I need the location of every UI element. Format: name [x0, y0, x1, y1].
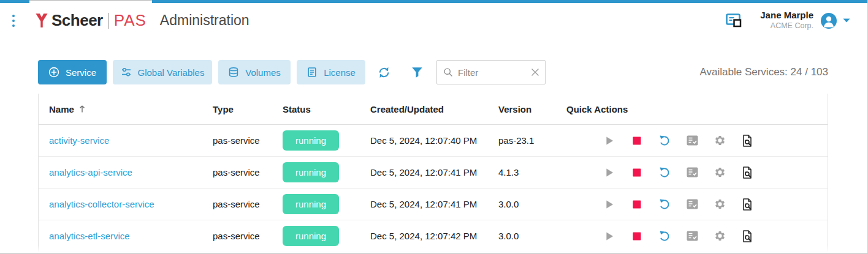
- gear-icon[interactable]: [714, 166, 726, 179]
- service-version: 3.0.0: [498, 199, 566, 209]
- filter-search-box: [436, 60, 546, 84]
- filter-input[interactable]: [458, 67, 531, 78]
- service-details-icon[interactable]: [741, 198, 753, 211]
- service-type: pas-service: [213, 231, 283, 241]
- service-name-link[interactable]: analytics-etl-service: [49, 231, 130, 241]
- task-log-icon[interactable]: [686, 198, 698, 211]
- created-updated: Dec 5, 2024, 12:07:40 PM: [370, 135, 498, 146]
- refresh-icon[interactable]: [378, 66, 390, 79]
- column-header-type: Type: [213, 104, 283, 114]
- restart-icon[interactable]: [658, 166, 671, 179]
- column-header-created-updated: Created/Updated: [370, 104, 498, 114]
- column-header-version: Version: [498, 104, 566, 114]
- tab-volumes[interactable]: Volumes: [218, 60, 291, 84]
- column-header-name[interactable]: Name: [39, 104, 213, 114]
- kebab-menu-icon[interactable]: [10, 12, 17, 29]
- table-row: analytics-collector-service pas-service …: [39, 189, 828, 220]
- service-name-link[interactable]: activity-service: [49, 135, 109, 146]
- column-header-status: Status: [283, 104, 370, 114]
- quick-actions: [566, 135, 828, 147]
- stop-icon[interactable]: [631, 198, 643, 211]
- play-icon[interactable]: [603, 198, 615, 211]
- task-log-icon[interactable]: [686, 135, 698, 147]
- service-name-link[interactable]: analytics-collector-service: [49, 199, 154, 209]
- column-header-quick-actions: Quick Actions: [566, 104, 828, 114]
- service-version: 4.1.3: [498, 167, 566, 177]
- app-header: Scheer PAS Administration Jane Marple AC…: [0, 3, 867, 38]
- service-details-icon[interactable]: [741, 230, 753, 242]
- play-icon[interactable]: [603, 135, 615, 147]
- quick-actions: [566, 166, 828, 179]
- service-details-icon[interactable]: [741, 135, 753, 147]
- license-icon: [306, 67, 318, 78]
- brand-separator: [108, 13, 109, 29]
- quick-actions: [566, 198, 828, 211]
- table-row: analytics-etl-service pas-service runnin…: [39, 220, 828, 252]
- clear-filter-icon[interactable]: [531, 69, 539, 76]
- header-right: Jane Marple ACME Corp.: [726, 10, 850, 31]
- status-badge: running: [283, 194, 339, 214]
- restart-icon[interactable]: [658, 230, 671, 242]
- tab-global-variables-label: Global Variables: [138, 67, 205, 78]
- plus-circle-icon: [48, 67, 59, 78]
- table-row: analytics-api-service pas-service runnin…: [39, 157, 828, 189]
- tab-license[interactable]: License: [297, 60, 365, 84]
- table-row: activity-service pas-service running Dec…: [39, 125, 828, 157]
- status-badge: running: [283, 162, 339, 182]
- chevron-down-icon[interactable]: [843, 18, 850, 23]
- user-block: Jane Marple ACME Corp.: [760, 10, 813, 31]
- scheer-logo-mark-icon: [36, 13, 48, 28]
- service-type: pas-service: [213, 199, 283, 209]
- search-icon: [443, 67, 453, 77]
- brand-scheer-text: Scheer: [51, 11, 103, 30]
- task-log-icon[interactable]: [686, 230, 698, 242]
- log-panel-icon[interactable]: [726, 13, 744, 28]
- created-updated: Dec 5, 2024, 12:07:42 PM: [370, 231, 498, 241]
- service-type: pas-service: [213, 167, 283, 177]
- restart-icon[interactable]: [658, 198, 671, 211]
- available-services-count: Available Services: 24 / 103: [700, 66, 828, 78]
- toolbar: Service Global Variables Volumes License…: [38, 60, 828, 84]
- created-updated: Dec 5, 2024, 12:07:41 PM: [370, 167, 498, 177]
- database-icon: [228, 67, 239, 78]
- tab-license-label: License: [324, 67, 356, 78]
- tab-service[interactable]: Service: [38, 60, 107, 84]
- gear-icon[interactable]: [714, 198, 726, 211]
- status-badge: running: [283, 226, 339, 246]
- stop-icon[interactable]: [631, 135, 643, 147]
- tune-icon: [121, 67, 132, 78]
- tab-global-variables[interactable]: Global Variables: [113, 60, 212, 84]
- sort-ascending-icon: [78, 105, 86, 113]
- page-title: Administration: [160, 12, 249, 29]
- service-details-icon[interactable]: [741, 166, 753, 179]
- table-header-row: Name Type Status Created/Updated Version…: [39, 94, 828, 125]
- task-log-icon[interactable]: [686, 166, 698, 179]
- top-strip-gap: [29, 0, 152, 3]
- service-name-link[interactable]: analytics-api-service: [49, 167, 132, 177]
- play-icon[interactable]: [603, 230, 615, 242]
- service-type: pas-service: [213, 135, 283, 146]
- tab-service-label: Service: [66, 67, 96, 78]
- play-icon[interactable]: [603, 166, 615, 179]
- created-updated: Dec 5, 2024, 12:07:41 PM: [370, 199, 498, 209]
- restart-icon[interactable]: [658, 135, 671, 147]
- services-table: Name Type Status Created/Updated Version…: [38, 94, 828, 252]
- brand-pas-text: PAS: [114, 11, 147, 30]
- tab-volumes-label: Volumes: [245, 67, 281, 78]
- service-version: pas-23.1: [498, 135, 566, 146]
- quick-actions: [566, 230, 828, 242]
- administration-page: Scheer PAS Administration Jane Marple AC…: [0, 0, 868, 254]
- filter-funnel-icon[interactable]: [411, 67, 423, 78]
- brand-logo: Scheer PAS: [36, 11, 147, 30]
- top-accent-strip: [0, 0, 867, 3]
- service-version: 3.0.0: [498, 231, 566, 241]
- status-badge: running: [283, 130, 339, 151]
- gear-icon[interactable]: [714, 135, 726, 147]
- user-name: Jane Marple: [760, 10, 813, 21]
- stop-icon[interactable]: [631, 166, 643, 179]
- gear-icon[interactable]: [714, 230, 726, 242]
- user-organization: ACME Corp.: [760, 21, 813, 31]
- stop-icon[interactable]: [631, 230, 643, 242]
- avatar[interactable]: [821, 13, 837, 29]
